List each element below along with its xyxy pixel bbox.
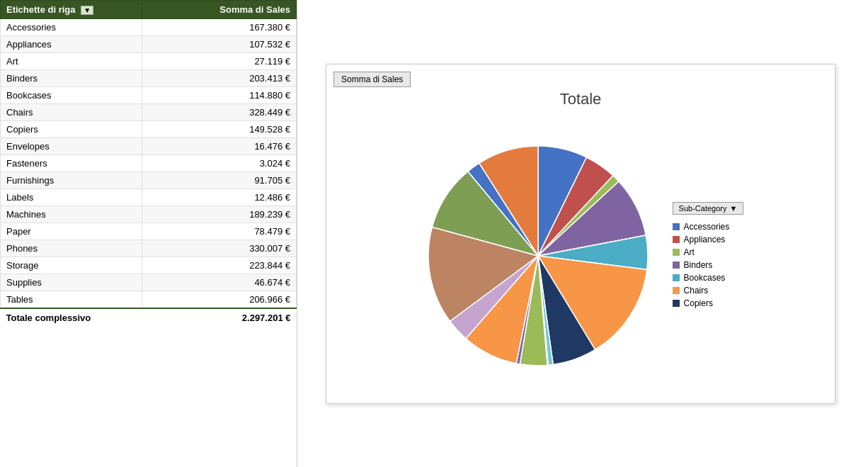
row-label: Machines bbox=[1, 206, 142, 223]
pivot-table: Etichette di riga ▼ Somma di Sales Acces… bbox=[0, 0, 297, 467]
pie-chart bbox=[418, 135, 658, 376]
legend-label: Bookcases bbox=[684, 273, 726, 283]
chart-panel: Somma di Sales Totale Sub-Category ▼ Acc… bbox=[326, 64, 835, 404]
legend-item: Binders bbox=[673, 259, 744, 271]
legend-item: Appliances bbox=[673, 233, 744, 246]
table-row: Copiers149.528 € bbox=[1, 121, 297, 138]
legend-item: Bookcases bbox=[673, 271, 744, 284]
row-value: 203.413 € bbox=[142, 70, 297, 87]
row-value: 330.007 € bbox=[142, 240, 297, 257]
row-label: Appliances bbox=[1, 36, 142, 53]
table-row: Storage223.844 € bbox=[1, 257, 297, 274]
legend-item: Copiers bbox=[673, 297, 744, 310]
table-row: Bookcases114.880 € bbox=[1, 87, 297, 104]
row-label: Accessories bbox=[1, 19, 142, 36]
row-value: 27.119 € bbox=[142, 53, 297, 70]
pie-svg bbox=[418, 135, 658, 376]
row-label: Furnishings bbox=[1, 172, 142, 189]
table-row: Appliances107.532 € bbox=[1, 36, 297, 53]
table-row: Supplies46.674 € bbox=[1, 274, 297, 291]
table-row: Phones330.007 € bbox=[1, 240, 297, 257]
legend-item: Chairs bbox=[673, 284, 744, 297]
row-value: 328.449 € bbox=[142, 104, 297, 121]
table-row: Paper78.479 € bbox=[1, 223, 297, 240]
row-value: 189.239 € bbox=[142, 206, 297, 223]
row-label: Supplies bbox=[1, 274, 142, 291]
legend-panel: Sub-Category ▼ Accessories Appliances Ar… bbox=[673, 202, 744, 310]
legend-label: Appliances bbox=[684, 235, 726, 244]
chart-filter-button[interactable]: Somma di Sales bbox=[333, 72, 411, 87]
row-value: 223.844 € bbox=[142, 257, 297, 274]
table-row: Fasteners3.024 € bbox=[1, 155, 297, 172]
table-row: Labels12.486 € bbox=[1, 189, 297, 206]
total-row: Totale complessivo 2.297.201 € bbox=[1, 308, 297, 327]
row-label: Storage bbox=[1, 257, 142, 274]
table-row: Tables206.966 € bbox=[1, 291, 297, 309]
row-label: Chairs bbox=[1, 104, 142, 121]
row-label: Labels bbox=[1, 189, 142, 206]
row-label: Copiers bbox=[1, 121, 142, 138]
row-label: Phones bbox=[1, 240, 142, 257]
row-value: 91.705 € bbox=[142, 172, 297, 189]
row-value: 78.479 € bbox=[142, 223, 297, 240]
table-row: Accessories167.380 € bbox=[1, 19, 297, 36]
table-row: Binders203.413 € bbox=[1, 70, 297, 87]
legend-label: Accessories bbox=[684, 222, 730, 232]
legend-color-swatch bbox=[673, 249, 680, 256]
table-row: Furnishings91.705 € bbox=[1, 172, 297, 189]
row-value: 114.880 € bbox=[142, 87, 297, 104]
row-value: 16.476 € bbox=[142, 138, 297, 155]
legend-color-swatch bbox=[673, 236, 680, 243]
table-row: Art27.119 € bbox=[1, 53, 297, 70]
row-label: Fasteners bbox=[1, 155, 142, 172]
row-value: 3.024 € bbox=[142, 155, 297, 172]
legend-color-swatch bbox=[673, 223, 680, 230]
row-label: Bookcases bbox=[1, 87, 142, 104]
col1-filter-btn[interactable]: ▼ bbox=[81, 6, 93, 15]
spreadsheet-container: Etichette di riga ▼ Somma di Sales Acces… bbox=[0, 0, 868, 467]
legend-color-swatch bbox=[673, 274, 680, 281]
row-label: Binders bbox=[1, 70, 142, 87]
row-value: 12.486 € bbox=[142, 189, 297, 206]
row-label: Paper bbox=[1, 223, 142, 240]
table-row: Machines189.239 € bbox=[1, 206, 297, 223]
row-value: 107.532 € bbox=[142, 36, 297, 53]
table-row: Chairs328.449 € bbox=[1, 104, 297, 121]
row-label: Envelopes bbox=[1, 138, 142, 155]
col2-header: Somma di Sales bbox=[142, 1, 297, 19]
total-value: 2.297.201 € bbox=[142, 308, 297, 327]
total-label: Totale complessivo bbox=[1, 308, 142, 327]
table-row: Envelopes16.476 € bbox=[1, 138, 297, 155]
legend-label: Art bbox=[684, 247, 695, 257]
legend-item: Accessories bbox=[673, 220, 744, 233]
legend-color-swatch bbox=[673, 287, 680, 294]
legend-color-swatch bbox=[673, 300, 680, 307]
row-value: 206.966 € bbox=[142, 291, 297, 309]
row-value: 167.380 € bbox=[142, 19, 297, 36]
chart-content: Sub-Category ▼ Accessories Appliances Ar… bbox=[333, 116, 828, 396]
chart-title: Totale bbox=[560, 90, 602, 108]
legend-filter-btn[interactable]: Sub-Category ▼ bbox=[673, 202, 744, 215]
legend-label: Copiers bbox=[684, 298, 713, 308]
legend-label: Chairs bbox=[684, 286, 709, 296]
row-label: Art bbox=[1, 53, 142, 70]
legend-color-swatch bbox=[673, 261, 680, 269]
row-label: Tables bbox=[1, 291, 142, 309]
row-value: 46.674 € bbox=[142, 274, 297, 291]
legend-label: Binders bbox=[684, 260, 713, 270]
col1-header: Etichette di riga ▼ bbox=[1, 1, 142, 19]
legend-item: Art bbox=[673, 246, 744, 259]
row-value: 149.528 € bbox=[142, 121, 297, 138]
